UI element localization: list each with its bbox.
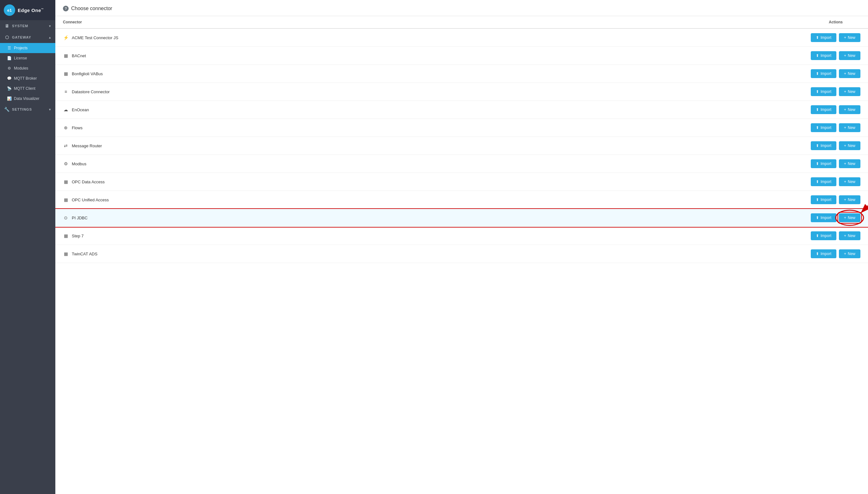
settings-label: SETTINGS — [12, 108, 32, 111]
logo-icon: e1 — [4, 4, 15, 16]
actions-cell: ⬆ Import+ New — [479, 191, 868, 209]
upload-icon: ⬆ — [816, 108, 819, 112]
connector-cell: ▦ TwinCAT ADS — [55, 245, 479, 263]
logo-text: Edge One™ — [18, 7, 44, 13]
connector-icon: ▦ — [63, 197, 69, 203]
table-row: ⚡ ACME Test Connector JS ⬆ Import+ New — [55, 28, 868, 47]
connector-icon: ☁ — [63, 107, 69, 113]
sidebar-item-mqtt-broker[interactable]: 💬 MQTT Broker — [0, 73, 55, 83]
system-label: SYSTEM — [12, 24, 28, 28]
connector-cell: ▦ OPC Unified Access — [55, 191, 479, 209]
settings-chevron-icon: ▾ — [49, 108, 51, 111]
table-row: ▦ OPC Data Access ⬆ Import+ New — [55, 173, 868, 191]
monitor-icon: 🖥 — [4, 23, 10, 28]
list-icon: ☰ — [7, 46, 12, 50]
import-button-modbus[interactable]: ⬆ Import — [811, 159, 836, 168]
mqtt-client-icon: 📡 — [7, 86, 12, 91]
actions-cell: ⬆ Import+ New — [479, 47, 868, 65]
connector-cell: ⇄ Message Router — [55, 137, 479, 155]
new-button-datastore[interactable]: + New — [839, 87, 861, 96]
table-row: ▦ Step 7 ⬆ Import+ New — [55, 227, 868, 245]
connector-icon: ⇄ — [63, 143, 69, 149]
new-button-twincat[interactable]: + New — [839, 249, 861, 258]
plus-icon: + — [844, 90, 846, 94]
main-content: ? Choose connector Connector Actions ⚡ A… — [55, 0, 868, 494]
new-button-acme[interactable]: + New — [839, 33, 861, 42]
sidebar-item-license[interactable]: 📄 License — [0, 53, 55, 63]
plus-icon: + — [844, 252, 846, 256]
upload-icon: ⬆ — [816, 126, 819, 130]
help-icon: ? — [63, 6, 69, 12]
table-row: ⇄ Message Router ⬆ Import+ New — [55, 137, 868, 155]
new-button-pi-jdbc[interactable]: + New — [839, 213, 861, 222]
upload-icon: ⬆ — [816, 233, 819, 238]
import-button-datastore[interactable]: ⬆ Import — [811, 87, 836, 96]
connector-name: PI JDBC — [72, 215, 88, 220]
actions-cell: ⬆ Import+ New — [479, 137, 868, 155]
import-button-acme[interactable]: ⬆ Import — [811, 33, 836, 42]
connector-icon: ▦ — [63, 233, 69, 239]
import-button-twincat[interactable]: ⬆ Import — [811, 249, 836, 258]
gateway-icon: ⬡ — [4, 35, 10, 40]
import-button-flows[interactable]: ⬆ Import — [811, 123, 836, 132]
sidebar-section-system: 🖥 SYSTEM ▾ — [0, 20, 55, 32]
new-button-bacnet[interactable]: + New — [839, 51, 861, 60]
page-header: ? Choose connector — [55, 0, 868, 16]
actions-cell: ⬆ Import+ New — [479, 83, 868, 101]
mqtt-client-label: MQTT Client — [14, 86, 35, 91]
connector-icon: ▦ — [63, 71, 69, 76]
new-button-opc-da[interactable]: + New — [839, 177, 861, 186]
connector-cell: ▦ Bonfiglioli VABus — [55, 65, 479, 83]
import-button-opc-ua[interactable]: ⬆ Import — [811, 195, 836, 204]
sidebar-item-modules[interactable]: ⚙ Modules — [0, 63, 55, 73]
connector-name: Step 7 — [72, 233, 84, 238]
import-button-bacnet[interactable]: ⬆ Import — [811, 51, 836, 60]
plus-icon: + — [844, 35, 846, 40]
actions-cell: ⬆ Import+ New — [479, 245, 868, 263]
connector-icon: ▦ — [63, 251, 69, 256]
import-button-enocean[interactable]: ⬆ Import — [811, 105, 836, 114]
table-row: ▦ Bonfiglioli VABus ⬆ Import+ New — [55, 65, 868, 83]
connector-icon: ⚙ — [63, 161, 69, 167]
connector-cell: ▦ Step 7 — [55, 227, 479, 245]
sidebar-item-projects[interactable]: ☰ Projects — [0, 43, 55, 53]
upload-icon: ⬆ — [816, 90, 819, 94]
connector-icon: ≡ — [63, 89, 69, 95]
import-button-step7[interactable]: ⬆ Import — [811, 231, 836, 240]
plus-icon: + — [844, 108, 846, 112]
sidebar-item-data-visualizer[interactable]: 📊 Data Visualizer — [0, 94, 55, 104]
logo-area: e1 Edge One™ — [0, 0, 55, 20]
plus-icon: + — [844, 53, 846, 58]
connector-icon: ⊙ — [63, 215, 69, 221]
new-button-modbus[interactable]: + New — [839, 159, 861, 168]
upload-icon: ⬆ — [816, 144, 819, 148]
system-section-header[interactable]: 🖥 SYSTEM ▾ — [0, 20, 55, 32]
import-button-message-router[interactable]: ⬆ Import — [811, 141, 836, 150]
connector-cell: ⚡ ACME Test Connector JS — [55, 28, 479, 47]
upload-icon: ⬆ — [816, 179, 819, 184]
upload-icon: ⬆ — [816, 72, 819, 76]
new-button-message-router[interactable]: + New — [839, 141, 861, 150]
sidebar-section-gateway: ⬡ GATEWAY ▴ ☰ Projects 📄 License ⚙ Modul… — [0, 32, 55, 104]
new-button-opc-ua[interactable]: + New — [839, 195, 861, 204]
gateway-section-header[interactable]: ⬡ GATEWAY ▴ — [0, 32, 55, 43]
data-visualizer-label: Data Visualizer — [14, 96, 39, 101]
import-button-bonfiglioli[interactable]: ⬆ Import — [811, 69, 836, 78]
actions-cell: ⬆ Import+ New — [479, 155, 868, 173]
settings-section-header[interactable]: 🔧 SETTINGS ▾ — [0, 104, 55, 115]
import-button-pi-jdbc[interactable]: ⬆ Import — [811, 213, 836, 222]
new-button-enocean[interactable]: + New — [839, 105, 861, 114]
sidebar-item-mqtt-client[interactable]: 📡 MQTT Client — [0, 83, 55, 94]
new-button-bonfiglioli[interactable]: + New — [839, 69, 861, 78]
new-button-step7[interactable]: + New — [839, 231, 861, 240]
connector-name: EnOcean — [72, 108, 89, 112]
table-row: ▦ OPC Unified Access ⬆ Import+ New — [55, 191, 868, 209]
col-actions: Actions — [479, 16, 868, 28]
new-button-flows[interactable]: + New — [839, 123, 861, 132]
actions-cell: ⬆ Import+ New — [479, 227, 868, 245]
actions-cell: ⬆ Import+ New — [479, 119, 868, 137]
connector-name: BACnet — [72, 53, 86, 58]
connector-name: Bonfiglioli VABus — [72, 72, 103, 76]
import-button-opc-da[interactable]: ⬆ Import — [811, 177, 836, 186]
connector-name: TwinCAT ADS — [72, 252, 97, 256]
